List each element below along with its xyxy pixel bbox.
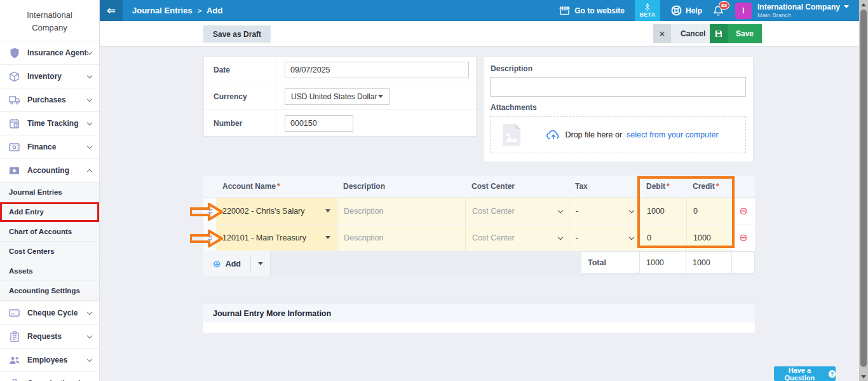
sidebar-item-accounting[interactable]: Accounting xyxy=(0,158,99,182)
help-button[interactable]: Help xyxy=(671,5,702,16)
cloud-upload-icon xyxy=(546,130,560,140)
submenu-item-chart-of-accounts[interactable]: Chart of Accounts xyxy=(0,222,99,242)
sidebar-item-time-tracking[interactable]: Time Tracking xyxy=(0,111,99,135)
caret-down-icon xyxy=(258,262,263,265)
date-input[interactable] xyxy=(285,62,469,78)
image-placeholder-icon xyxy=(503,124,520,146)
cost-center-header: Cost Center xyxy=(465,182,569,191)
total-credit: 1000 xyxy=(686,251,732,274)
submenu-item-cost-centers[interactable]: Cost Centers xyxy=(0,242,99,261)
tax-select[interactable]: - xyxy=(569,225,640,251)
total-debit: 1000 xyxy=(640,251,686,274)
cost-center-select[interactable]: Cost Center xyxy=(465,225,569,251)
breadcrumb-separator: > xyxy=(198,7,201,15)
cheque-icon xyxy=(8,307,20,319)
scroll-down-button[interactable] xyxy=(859,372,868,381)
truck-icon xyxy=(8,94,20,106)
plus-circle-icon: ⊕ xyxy=(213,258,221,270)
journal-entry-form-card: Date Currency USD United States Dollar N… xyxy=(203,56,477,137)
file-dropzone[interactable]: Drop file here or select from your compu… xyxy=(490,116,746,153)
sidebar-item-insurance-agents[interactable]: Insurance Agents xyxy=(0,41,99,64)
logo-line2: Company xyxy=(0,22,99,34)
beta-badge[interactable]: BETA xyxy=(635,0,660,21)
breadcrumb-parent[interactable]: Journal Entries xyxy=(132,6,193,15)
drag-handle-icon[interactable] xyxy=(203,198,216,225)
notifications-button[interactable]: 83 xyxy=(713,5,724,17)
date-label: Date xyxy=(204,57,276,83)
select-from-computer-link[interactable]: select from your computer xyxy=(627,130,719,139)
company-menu[interactable]: International Company Main Branch xyxy=(757,3,849,19)
number-row: Number xyxy=(204,110,476,137)
clipboard-icon xyxy=(8,331,20,343)
sidebar-item-organizational[interactable]: Organizational xyxy=(0,371,99,381)
chevron-up-icon xyxy=(88,168,92,174)
number-input[interactable] xyxy=(285,115,353,132)
scroll-up-button[interactable] xyxy=(859,0,868,9)
sidebar-item-employees[interactable]: Employees xyxy=(0,348,99,371)
date-row: Date xyxy=(204,57,476,83)
shield-icon xyxy=(8,47,20,59)
debit-header: Debit* xyxy=(640,182,686,191)
remove-row-button[interactable]: ⊖ xyxy=(732,225,755,251)
currency-select[interactable]: USD United States Dollar xyxy=(285,88,390,105)
line-description-input[interactable]: Description xyxy=(337,225,465,251)
chevron-down-icon xyxy=(88,335,92,338)
scrollbar-thumb[interactable] xyxy=(860,10,867,367)
sidebar-item-label: Inventory xyxy=(27,72,62,81)
topbar: ⇐ Journal Entries > Add Go to website BE… xyxy=(100,0,859,21)
more-information-body xyxy=(203,322,755,333)
description-textarea[interactable] xyxy=(490,77,746,97)
go-to-website-link[interactable]: Go to website xyxy=(559,6,625,15)
account-select[interactable]: 120101 - Main Treasury xyxy=(216,225,337,251)
add-row-button[interactable]: ⊕ Add xyxy=(203,251,250,276)
org-chart-icon xyxy=(8,378,20,381)
cost-center-select[interactable]: Cost Center xyxy=(465,198,569,225)
remove-row-button[interactable]: ⊖ xyxy=(732,198,755,225)
save-button[interactable]: Save xyxy=(710,24,762,43)
close-icon: ✕ xyxy=(653,24,671,43)
cancel-button[interactable]: ✕ Cancel xyxy=(653,24,715,43)
more-information-header[interactable]: Journal Entry More Information xyxy=(203,304,755,322)
submenu-item-add-entry[interactable]: Add Entry xyxy=(0,202,99,222)
submenu-item-accounting-settings[interactable]: Accounting Settings xyxy=(0,281,99,301)
sidebar-item-label: Purchases xyxy=(27,95,66,104)
account-select[interactable]: 220002 - Chris's Salary xyxy=(216,198,337,225)
vertical-scrollbar[interactable] xyxy=(859,0,868,381)
credit-input[interactable]: 0 xyxy=(686,198,732,225)
collapse-arrow-icon: ⇐ xyxy=(107,4,115,17)
line-description-input[interactable]: Description xyxy=(337,198,465,225)
sidebar-item-purchases[interactable]: Purchases xyxy=(0,88,99,111)
sidebar-item-finance[interactable]: Finance xyxy=(0,135,99,158)
journal-entry-add-page: International Company Insurance Agents I… xyxy=(0,0,868,381)
have-a-question-button[interactable]: Have a Question ? xyxy=(774,366,836,381)
chevron-down-icon xyxy=(88,99,92,101)
debit-input[interactable]: 1000 xyxy=(640,198,686,225)
company-logo[interactable]: International Company xyxy=(0,0,99,41)
lifebuoy-icon xyxy=(671,5,682,16)
tax-select[interactable]: - xyxy=(569,198,640,225)
submenu-item-assets[interactable]: Assets xyxy=(0,261,99,281)
chevron-down-icon xyxy=(558,207,563,212)
table-row: 120101 - Main Treasury Description Cost … xyxy=(203,225,755,251)
credit-input[interactable]: 1000 xyxy=(686,225,732,251)
save-as-draft-button[interactable]: Save as Draft xyxy=(203,25,271,43)
banknote-icon xyxy=(8,165,20,177)
sidebar-item-inventory[interactable]: Inventory xyxy=(0,64,99,88)
breadcrumb-current: Add xyxy=(207,6,222,15)
avatar[interactable]: I xyxy=(735,3,752,19)
add-row-options-button[interactable] xyxy=(251,251,270,276)
add-row-button-group: ⊕ Add xyxy=(203,251,271,276)
company-name: International Company xyxy=(757,3,840,11)
caret-down-icon xyxy=(325,236,330,239)
sidebar-item-requests[interactable]: Requests xyxy=(0,324,99,348)
description-label: Description xyxy=(491,64,753,73)
drag-handle-icon[interactable] xyxy=(203,225,216,251)
submenu-item-journal-entries[interactable]: Journal Entries xyxy=(0,183,99,202)
credit-header: Credit* xyxy=(686,182,732,191)
notification-count-badge: 83 xyxy=(719,1,729,10)
currency-label: Currency xyxy=(204,83,276,109)
collapse-sidebar-button[interactable]: ⇐ xyxy=(100,0,123,21)
sidebar-item-cheque-cycle[interactable]: Cheque Cycle xyxy=(0,301,99,324)
sidebar-item-label: Time Tracking xyxy=(27,119,78,128)
debit-input[interactable]: 0 xyxy=(640,225,686,251)
